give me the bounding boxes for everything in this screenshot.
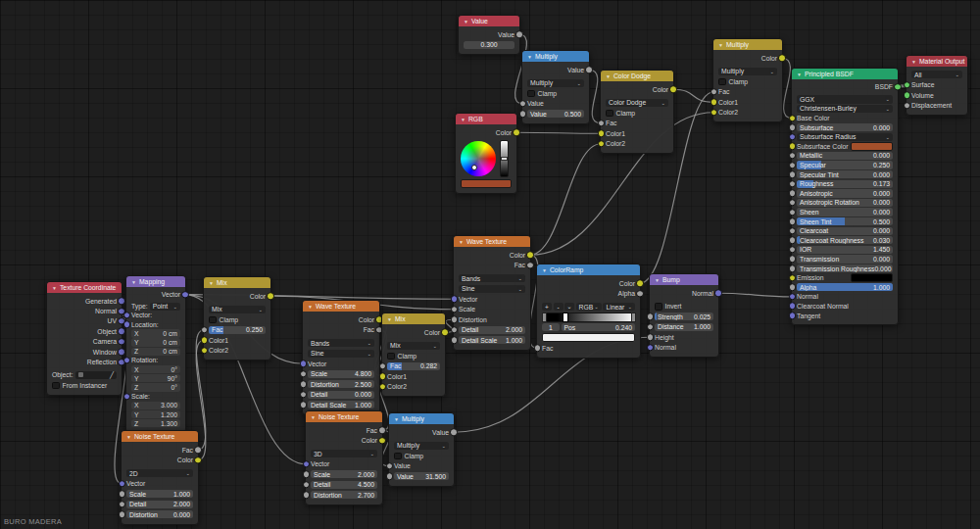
mapping-field-x[interactable]: X0 cm <box>131 329 180 337</box>
mult_rgb-input-socket-fac[interactable] <box>710 88 718 96</box>
principled-slider-clearcoat[interactable]: Clearcoat0.000 <box>797 227 893 235</box>
noise2-input-socket-scale[interactable] <box>303 471 311 479</box>
mix2-output-socket-color[interactable] <box>441 329 449 337</box>
principled-input-socket-transmissionroughness[interactable] <box>789 264 797 272</box>
wave_right-header[interactable]: ▼Wave Texture <box>454 236 530 247</box>
texcoord-output-socket-generated[interactable] <box>118 297 125 305</box>
mult_math_t-input-socket-value1[interactable] <box>519 100 527 108</box>
node-mix2[interactable]: ▼MixColorMix⌄ClampFac0.282Color1Color2 <box>381 313 446 397</box>
mix1-checkbox-clamp[interactable] <box>209 316 217 324</box>
mapping-field-z[interactable]: Z0° <box>131 383 180 391</box>
principled-slider-subsurface[interactable]: Subsurface0.000 <box>797 123 893 131</box>
mult_rgb-input-socket-color2[interactable] <box>710 109 718 117</box>
mult_math_b-output-socket-value[interactable] <box>450 429 458 437</box>
bump-input-socket-distance[interactable] <box>647 323 655 331</box>
colorramp-output-socket-color[interactable] <box>636 280 644 288</box>
bump-input-socket-strength[interactable] <box>647 313 655 321</box>
texcoord-object-field[interactable]: ╱ <box>75 371 117 379</box>
wave_mid-dropdown-bands[interactable]: Bands⌄ <box>308 339 374 347</box>
noise_bl-dropdown-2d[interactable]: 2D⌄ <box>126 469 193 477</box>
output-dropdown-all[interactable]: All⌄ <box>911 71 962 78</box>
colordodge-checkbox-clamp[interactable] <box>606 110 613 118</box>
principled-input-socket-clearcoat[interactable] <box>789 227 797 235</box>
noise2-slider-scale[interactable]: Scale2.000 <box>311 470 377 478</box>
mix1-header[interactable]: ▼Mix <box>204 277 270 288</box>
wave_mid-input-socket-vector[interactable] <box>300 361 308 368</box>
colordodge-output-socket-color[interactable] <box>669 86 677 94</box>
principled-input-socket-speculartint[interactable] <box>789 170 797 178</box>
principled-input-socket-sheentint[interactable] <box>789 217 797 225</box>
node-mult_math_t[interactable]: ▼MultiplyValueMultiply⌄ClampValueValue0.… <box>521 50 590 124</box>
mult_math_t-slider-value[interactable]: Value0.500 <box>527 110 584 118</box>
colorramp-menu-stop-button[interactable]: ⌄ <box>564 303 574 311</box>
bump-header[interactable]: ▼Bump <box>650 274 718 285</box>
principled-input-socket-alpha[interactable] <box>789 284 797 292</box>
node-wire[interactable] <box>673 89 714 102</box>
principled-slider-transmission[interactable]: Transmission0.000 <box>797 255 893 263</box>
rgb-color-swatch[interactable] <box>461 179 512 188</box>
noise_bl-input-socket-scale[interactable] <box>119 491 126 499</box>
mult_rgb-input-socket-color1[interactable] <box>710 99 718 107</box>
mapping-input-socket-vector[interactable] <box>123 312 131 319</box>
value-output-socket-value[interactable] <box>515 31 523 39</box>
mapping-input-socket-scale[interactable] <box>123 393 131 401</box>
wave_mid-input-socket-scale[interactable] <box>300 370 308 378</box>
wave_right-dropdown-sine[interactable]: Sine⌄ <box>459 285 525 293</box>
node-colordodge[interactable]: ▼Color DodgeColorColor Dodge⌄ClampFacCol… <box>600 70 674 154</box>
mapping-field-z[interactable]: Z0 cm <box>131 348 180 356</box>
bump-input-socket-normal[interactable] <box>647 344 655 352</box>
texcoord-output-socket-camera[interactable] <box>118 338 125 346</box>
node-wave_mid[interactable]: ▼Wave TextureColorFacBands⌄Sine⌄VectorSc… <box>302 300 380 415</box>
principled-input-socket-normal[interactable] <box>789 293 797 301</box>
principled-slider-roughness[interactable]: Roughness0.173 <box>797 180 893 188</box>
colorramp-delete-stop-button[interactable]: - <box>554 303 564 311</box>
mix2-input-socket-fac[interactable] <box>379 362 387 370</box>
wave_right-slider-detail-scale[interactable]: Detail Scale1.000 <box>459 336 525 344</box>
principled-slider-transmission-roughness[interactable]: Transmission Roughness0.000 <box>797 264 893 272</box>
mapping-field-x[interactable]: X3.000 <box>131 402 180 409</box>
texcoord-output-socket-object[interactable] <box>118 328 125 336</box>
mapping-output-socket-vector[interactable] <box>181 291 189 299</box>
principled-input-socket-basecolor[interactable] <box>789 115 797 122</box>
output-input-socket-volume[interactable] <box>904 92 911 100</box>
colorramp-header[interactable]: ▼ColorRamp <box>537 264 640 275</box>
node-output[interactable]: ▼Material OutputAll⌄SurfaceVolumeDisplac… <box>906 55 968 116</box>
mapping-field-y[interactable]: Y1.200 <box>131 410 180 418</box>
colorramp-add-stop-button[interactable]: + <box>542 303 552 311</box>
wave_right-input-socket-scale[interactable] <box>451 306 459 313</box>
node-editor-canvas[interactable]: BURO MADERA ▼Texture CoordinateGenerated… <box>0 0 980 529</box>
node-mix1[interactable]: ▼MixColorMix⌄ClampFac0.250Color1Color2 <box>203 276 271 361</box>
mix1-input-socket-color2[interactable] <box>201 347 209 355</box>
node-noise_bl[interactable]: ▼Noise TextureFacColor2D⌄VectorScale1.00… <box>121 430 199 525</box>
bump-checkbox-invert[interactable] <box>655 303 662 311</box>
mult_math_t-output-socket-value[interactable] <box>585 67 593 74</box>
mapping-field-z[interactable]: Z1.300 <box>131 419 180 427</box>
mix2-header[interactable]: ▼Mix <box>382 313 445 324</box>
output-input-socket-displacement[interactable] <box>904 102 911 110</box>
output-input-socket-surface[interactable] <box>904 81 911 89</box>
mult_math_b-header[interactable]: ▼Multiply <box>389 413 454 424</box>
noise_bl-slider-distortion[interactable]: Distortion0.000 <box>126 510 193 518</box>
principled-slider-clearcoat-roughness[interactable]: Clearcoat Roughness0.030 <box>797 236 893 244</box>
node-mult_rgb[interactable]: ▼MultiplyColorMultiply⌄ClampFacColor1Col… <box>712 38 783 122</box>
noise_bl-header[interactable]: ▼Noise Texture <box>122 431 198 442</box>
noise_bl-input-socket-vector[interactable] <box>119 480 126 488</box>
principled-input-socket-anisotropic[interactable] <box>789 190 797 198</box>
mapping-field-x[interactable]: X0° <box>131 365 180 373</box>
mult_rgb-dropdown-multiply[interactable]: Multiply⌄ <box>718 68 777 75</box>
noise2-dropdown-3d[interactable]: 3D⌄ <box>311 450 377 457</box>
principled-input-socket-subsurface[interactable] <box>789 123 797 131</box>
noise2-input-socket-distortion[interactable] <box>303 492 311 500</box>
bump-output-socket-normal[interactable] <box>714 290 722 298</box>
node-rgb[interactable]: ▼RGBColor <box>455 113 517 194</box>
node-bump[interactable]: ▼BumpNormalInvertStrength0.025Distance1.… <box>649 273 719 358</box>
principled-slider-metallic[interactable]: Metallic0.000 <box>797 152 893 160</box>
mix1-slider-fac[interactable]: Fac0.250 <box>209 326 266 334</box>
node-mult_math_b[interactable]: ▼MultiplyValueMultiply⌄ClampValueValue31… <box>388 412 455 487</box>
node-wire[interactable] <box>718 293 793 297</box>
principled-slider-sheen[interactable]: Sheen0.000 <box>797 208 893 216</box>
node-wave_right[interactable]: ▼Wave TextureColorFacBands⌄Sine⌄VectorSc… <box>453 235 531 351</box>
ramp-stop-0[interactable] <box>542 313 548 322</box>
rgb-output-socket-color[interactable] <box>513 129 520 137</box>
principled-slider-alpha[interactable]: Alpha1.000 <box>797 283 893 291</box>
